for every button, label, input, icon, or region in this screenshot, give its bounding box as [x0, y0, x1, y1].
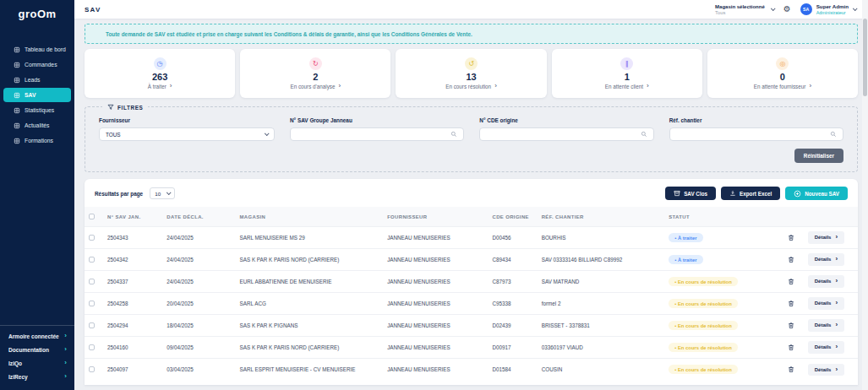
sidebar-item[interactable]: Actualités — [3, 118, 71, 133]
row-checkbox[interactable] — [89, 366, 95, 372]
cell-ref-chantier: SAV 03333146 BILLIARD C89992 — [538, 249, 664, 271]
details-button[interactable]: Détails › — [808, 231, 844, 243]
cell-fournisseur: JANNEAU MENUISERIES — [383, 293, 488, 315]
reset-filters-button[interactable]: Réinitialiser — [794, 149, 843, 163]
sidebar-footer-item[interactable]: IziQo › — [0, 356, 74, 370]
ref-chantier-input-wrap — [669, 127, 843, 141]
sidebar-footer-item[interactable]: Armoire connectée › — [0, 329, 74, 343]
export-excel-button[interactable]: Export Excel — [721, 187, 780, 200]
sidebar-footer-item[interactable]: IziRecy › — [0, 370, 74, 383]
cell-cde-origine: C95338 — [489, 293, 538, 315]
trash-icon[interactable] — [788, 256, 794, 263]
trash-icon[interactable] — [788, 366, 794, 373]
sidebar-item[interactable]: Commandes — [3, 57, 71, 72]
details-button[interactable]: Détails › — [808, 319, 844, 331]
filter-sav-number-label: N° SAV Groupe Janneau — [290, 117, 464, 123]
results-per-page-select[interactable]: 10 — [150, 187, 175, 199]
row-checkbox[interactable] — [89, 322, 95, 328]
stat-card[interactable]: ↺ 13 En cours résolution › — [396, 49, 546, 98]
nouveau-sav-button[interactable]: Nouveau SAV — [785, 187, 848, 200]
search-icon — [641, 131, 647, 138]
avatar: SA — [800, 3, 812, 15]
row-checkbox[interactable] — [89, 257, 95, 263]
trash-icon[interactable] — [788, 322, 794, 329]
details-button[interactable]: Détails › — [808, 364, 844, 376]
cell-date-decla: 24/04/2025 — [162, 249, 235, 271]
stat-label-row: En cours résolution › — [445, 84, 497, 89]
cell-num-sav: 2504342 — [103, 249, 162, 271]
details-button[interactable]: Détails › — [808, 275, 844, 287]
cell-date-decla: 24/04/2025 — [162, 271, 235, 293]
col-date-decla: DATE DÉCLA. — [162, 207, 235, 227]
sidebar-item[interactable]: Formations — [3, 133, 71, 148]
cde-origine-input[interactable] — [486, 132, 640, 138]
stat-card[interactable]: ◷ 263 À traiter › — [85, 49, 235, 98]
stat-value: 263 — [152, 72, 167, 82]
stat-card[interactable]: ∥ 1 En attente client › — [552, 49, 702, 98]
table-row: 2504342 24/04/2025 SAS K PAR K PARIS NOR… — [85, 249, 858, 271]
cell-num-sav: 2504097 — [103, 359, 162, 381]
sidebar-footer-label: Armoire connectée — [8, 333, 59, 339]
sidebar-footer-item[interactable]: Documentation › — [0, 343, 74, 356]
sidebar-item[interactable]: Tableau de bord — [3, 42, 71, 57]
sav-clos-button[interactable]: SAV Clos — [665, 187, 716, 200]
chevron-right-icon: › — [809, 84, 811, 89]
row-checkbox[interactable] — [89, 301, 95, 306]
sidebar-item[interactable]: SAV — [3, 88, 71, 102]
cell-ref-chantier: SAV MATRAND — [538, 271, 664, 293]
cell-magasin: SAS K PAR K PARIS NORD (CARRIERE) — [236, 249, 384, 271]
status-badge: • En cours de résolution — [669, 365, 738, 374]
sidebar-item[interactable]: Leads — [3, 73, 71, 87]
store-selector-value: Tous — [715, 10, 765, 15]
chevron-right-icon: › — [338, 84, 341, 89]
details-label: Détails — [815, 322, 832, 328]
scrollbar-thumb[interactable] — [863, 19, 867, 96]
trash-icon[interactable] — [788, 300, 794, 307]
cell-fournisseur: JANNEAU MENUISERIES — [383, 359, 488, 381]
results-per-page-value: 10 — [155, 191, 161, 197]
stat-card[interactable]: ↻ 2 En cours d'analyse › — [240, 49, 390, 98]
row-checkbox[interactable] — [89, 235, 95, 241]
sidebar-nav: Tableau de bord Commandes Leads SAV — [0, 42, 74, 148]
sidebar-item[interactable]: Statistiques — [3, 103, 71, 117]
status-badge: • À traiter — [669, 233, 702, 242]
stat-value: 2 — [313, 72, 318, 82]
row-checkbox[interactable] — [89, 344, 95, 350]
cell-num-sav: 2504337 — [103, 271, 162, 293]
filter-cde-origine-label: N° CDE origine — [479, 117, 653, 123]
stat-label-row: En attente client › — [605, 84, 649, 89]
table-row: 2504097 03/04/2025 SARL ESPRIT MENUISERI… — [85, 359, 858, 381]
filter-fournisseur: Fournisseur TOUS — [99, 117, 275, 141]
details-button[interactable]: Détails › — [808, 253, 844, 265]
select-all-checkbox[interactable] — [89, 214, 95, 219]
chevron-right-icon: › — [835, 257, 838, 262]
status-badge: • En cours de résolution — [669, 321, 738, 330]
details-label: Détails — [815, 367, 832, 372]
cell-ref-chantier: BOURHIS — [538, 227, 664, 249]
stat-icon: ↻ — [309, 57, 322, 70]
stat-cards: ◷ 263 À traiter › ↻ 2 En cours d'analyse — [85, 49, 858, 98]
details-button[interactable]: Détails › — [808, 297, 844, 309]
filters-actions: Réinitialiser — [99, 149, 843, 163]
filter-icon — [107, 104, 114, 111]
cell-ref-chantier: COUSIN — [538, 359, 664, 381]
trash-icon[interactable] — [788, 344, 794, 351]
stat-label: En cours résolution — [445, 84, 491, 89]
row-checkbox[interactable] — [89, 279, 95, 284]
gear-icon[interactable]: ⚙ — [783, 5, 791, 14]
trash-icon[interactable] — [788, 234, 794, 241]
store-selector[interactable]: Magasin sélectionné Tous — [715, 4, 774, 15]
ref-chantier-input[interactable] — [676, 132, 830, 138]
stat-card[interactable]: ◎ 0 En attente fournisseur › — [707, 49, 858, 98]
table-header-row: N° SAV JAN. DATE DÉCLA. MAGASIN FOURNISS… — [85, 207, 858, 227]
details-button[interactable]: Détails › — [808, 341, 844, 353]
stat-label-row: En attente fournisseur › — [754, 84, 811, 89]
sav-number-input[interactable] — [297, 132, 450, 138]
fournisseur-select[interactable]: TOUS — [99, 127, 275, 141]
trash-icon[interactable] — [788, 278, 794, 285]
user-role: Administrateur — [816, 10, 849, 15]
filter-ref-chantier: Réf. chantier — [669, 117, 843, 141]
chevron-right-icon: › — [835, 322, 838, 328]
user-menu[interactable]: SA Super Admin Administrateur — [800, 3, 856, 15]
sidebar-item-icon — [14, 46, 20, 53]
